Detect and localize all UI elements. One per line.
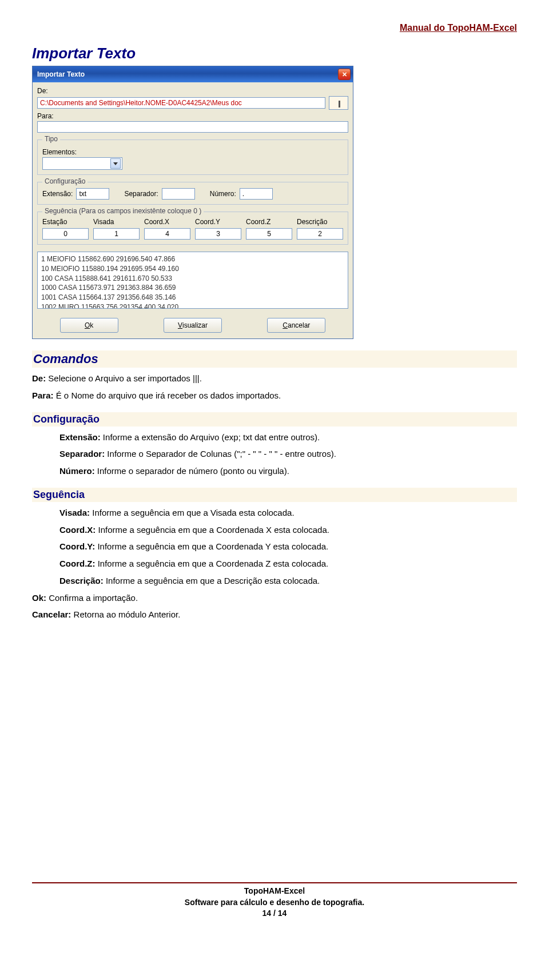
visualizar-button[interactable]: Visualizar (164, 318, 222, 333)
ok-mnemonic: O (85, 321, 90, 329)
preview-line: 1001 CASA 115664.137 291356.648 35.146 (41, 293, 176, 301)
sep-label: Separador: (124, 190, 158, 198)
preview-box: 1 MEIOFIO 115862.690 291696.540 47.866 1… (37, 252, 348, 309)
para-ext: Extensão: Informe a extensão do Arquivo … (59, 431, 517, 444)
browse-button[interactable]: ||| (329, 96, 348, 110)
preview-line: 10 MEIOFIO 115880.194 291695.954 49.160 (41, 265, 179, 273)
close-button[interactable]: ✕ (338, 69, 351, 80)
seq-input-coordx[interactable] (144, 228, 190, 240)
seq-col-coordz: Coord.Z (246, 218, 292, 226)
para-para: Para: É o Nome do arquivo que irá recebe… (32, 389, 517, 402)
sep-input[interactable] (162, 188, 195, 200)
section-comandos: Comandos (32, 350, 517, 368)
preview-line: 1002 MURO 115663.756 291354.400 34.020 (41, 303, 178, 309)
elementos-label: Elementos: (42, 148, 343, 156)
preview-line: 1 MEIOFIO 115862.690 291696.540 47.866 (41, 255, 175, 263)
preview-line: 100 CASA 115888.641 291611.670 50.533 (41, 274, 172, 282)
cancelar-button[interactable]: Cancelar (267, 318, 325, 333)
para-cz: Coord.Z: Informe a seguência em que a Co… (59, 557, 517, 570)
ext-label: Extensão: (42, 190, 73, 198)
para-input[interactable] (37, 121, 348, 133)
seq-col-estacao: Estação (42, 218, 89, 226)
seq-col-coordx: Coord.X (144, 218, 190, 226)
num-input[interactable] (240, 188, 273, 200)
close-icon: ✕ (342, 71, 347, 78)
para-vis: Visada: Informe a seguência em que a Vis… (59, 507, 517, 519)
para-cy: Coord.Y: Informe a seguência em que a Co… (59, 540, 517, 553)
header-manual-title: Manual do TopoHAM-Excel (32, 23, 517, 33)
footer-line1: TopoHAM-Excel (0, 886, 549, 897)
ext-input[interactable] (76, 188, 109, 200)
footer-line3: 14 / 14 (0, 908, 549, 919)
ok-button[interactable]: Ok (60, 318, 118, 333)
can-mnemonic: C (283, 321, 288, 329)
seq-input-estacao[interactable] (42, 228, 89, 240)
group-tipo: Tipo Elementos: (37, 140, 348, 175)
vis-label: isualizar (182, 321, 208, 329)
seq-grid: Estação Visada Coord.X Coord.Y Coord.Z D… (42, 218, 343, 240)
para-desc: Descrição: Informe a seguência em que a … (59, 575, 517, 587)
can-label: ancelar (288, 321, 310, 329)
vis-mnemonic: V (178, 321, 182, 329)
de-label: De: (37, 87, 348, 95)
section-seq: Seguência (32, 488, 517, 502)
ok-label: k (90, 321, 93, 329)
dialog-title: Importar Texto (37, 70, 85, 78)
section-config: Configuração (32, 412, 517, 427)
seq-col-descricao: Descrição (297, 218, 343, 226)
seq-input-coordz[interactable] (246, 228, 292, 240)
browse-icon: ||| (338, 99, 339, 107)
footer-line2: Software para cálculo e desenho de topog… (0, 897, 549, 909)
num-label: Número: (210, 190, 236, 198)
preview-line: 1000 CASA 115673.971 291363.884 36.659 (41, 284, 176, 292)
para-ok: Ok: Confirma a importação. (32, 592, 517, 604)
chevron-down-icon[interactable] (110, 158, 121, 169)
seq-legend: Seguência (Para os campos inexistênte co… (42, 207, 204, 215)
page-title: Importar Texto (32, 45, 517, 62)
seq-col-coordy: Coord.Y (195, 218, 241, 226)
dialog-body: De: ||| Para: Tipo Elementos: Configuraç… (33, 82, 353, 338)
group-config: Configuração Extensão: Separador: Número… (37, 182, 348, 205)
para-num: Número: Informe o separador de número (p… (59, 465, 517, 477)
page-footer: TopoHAM-Excel Software para cálculo e de… (0, 882, 549, 919)
seq-input-visada[interactable] (93, 228, 140, 240)
seq-input-coordy[interactable] (195, 228, 241, 240)
para-cx: Coord.X: Informe a seguência em que a Co… (59, 524, 517, 536)
seq-col-visada: Visada (93, 218, 140, 226)
para-label: Para: (37, 112, 348, 120)
para-de: De: Selecione o Arquivo a ser importados… (32, 372, 517, 385)
para-sep: Separador: Informe o Separador de Coluna… (59, 448, 517, 460)
import-dialog: Importar Texto ✕ De: ||| Para: Tipo Elem… (32, 66, 353, 339)
de-input[interactable] (37, 97, 325, 109)
dialog-titlebar: Importar Texto ✕ (33, 66, 353, 82)
tipo-legend: Tipo (42, 135, 60, 143)
seq-input-descricao[interactable] (297, 228, 343, 240)
group-seq: Seguência (Para os campos inexistênte co… (37, 212, 348, 245)
config-legend: Configuração (42, 177, 87, 185)
para-cancel: Cancelar: Retorna ao módulo Anterior. (32, 608, 517, 621)
elementos-combo[interactable] (42, 157, 122, 170)
